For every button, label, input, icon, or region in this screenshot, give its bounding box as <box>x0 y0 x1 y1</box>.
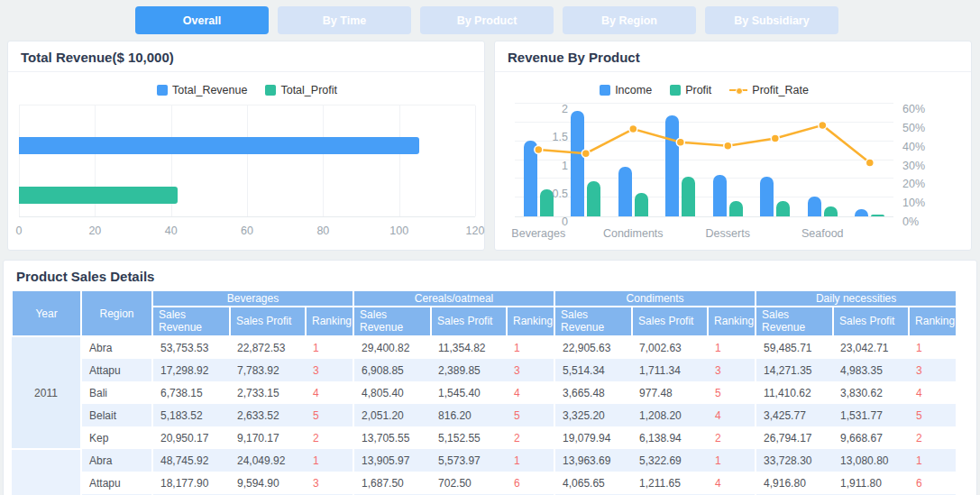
sales-profit-cell: 4,983.35 <box>833 359 909 381</box>
legend-item-total-profit[interactable]: Total_Profit <box>265 84 337 96</box>
legend-item-profit[interactable]: Profit <box>670 84 711 96</box>
sales-revenue-cell: 29,400.82 <box>353 336 431 359</box>
right-axis-tick-label: 40% <box>902 141 925 153</box>
sales-revenue-cell: 4,805.40 <box>353 381 431 404</box>
sub-header-ranking: Ranking <box>909 307 957 336</box>
ranking-cell: 5 <box>507 404 554 426</box>
category-label-desserts: Desserts <box>706 227 750 240</box>
tab-by-time[interactable]: By Time <box>278 6 411 34</box>
table-row: Abra48,745.9224,049.92113,905.975,573.97… <box>12 449 957 472</box>
group-header-cereals-oatmeal: Cereals/oatmeal <box>353 290 554 307</box>
ranking-cell: 6 <box>909 472 957 494</box>
sales-revenue-cell: 4,916.80 <box>756 472 833 494</box>
left-axis-tick-label: 2 <box>562 103 568 115</box>
x-axis-tick-label: 40 <box>165 225 178 237</box>
table-row: 2011Abra53,753.5322,872.53129,400.8211,3… <box>12 336 957 359</box>
sales-profit-cell: 24,049.92 <box>230 449 306 472</box>
total-revenue-chart-title: Total Revenue($ 10,000) <box>8 41 484 72</box>
sales-revenue-cell: 1,687.50 <box>353 472 431 494</box>
x-axis-tick-label: 80 <box>316 225 329 237</box>
sub-header-sales-profit: Sales Profit <box>431 307 507 336</box>
sales-revenue-cell: 53,753.53 <box>152 336 230 359</box>
right-axis-tick-label: 20% <box>902 178 925 190</box>
table-row: Belait5,183.522,633.5252,051.20816.2053,… <box>12 404 957 426</box>
x-axis-tick-label: 60 <box>241 225 253 237</box>
legend-label: Total_Revenue <box>172 84 247 96</box>
region-cell: Bali <box>81 381 152 404</box>
right-axis-tick-label: 10% <box>902 197 925 209</box>
sales-profit-cell: 5,322.69 <box>632 449 708 472</box>
ranking-cell: 2 <box>708 426 756 449</box>
right-axis-tick-label: 50% <box>902 122 925 134</box>
table-row: Attapu18,177.909,594.9031,687.50702.5064… <box>12 472 957 494</box>
sub-header-sales-revenue: Sales Revenue <box>554 307 632 336</box>
ranking-cell: 2 <box>909 426 957 449</box>
tab-by-subsidiary[interactable]: By Subsidiary <box>705 6 838 34</box>
table-row: Attapu17,298.927,783.9236,908.852,389.85… <box>12 359 957 381</box>
ranking-cell: 1 <box>507 449 554 472</box>
left-axis-tick-label: 0.5 <box>553 188 568 200</box>
region-cell: Attapu <box>81 359 152 381</box>
sales-profit-cell: 7,002.63 <box>632 336 708 359</box>
ranking-cell: 1 <box>507 336 554 359</box>
product-sales-table: Year Region Beverages Cereals/oatmeal Co… <box>11 289 957 495</box>
sales-revenue-cell: 13,963.69 <box>554 449 632 472</box>
year-column-header: Year <box>12 290 81 336</box>
profit-rate-point <box>866 159 874 167</box>
right-axis-tick-label: 60% <box>902 103 925 115</box>
sales-revenue-cell: 14,271.35 <box>756 359 833 381</box>
sales-profit-cell: 22,872.53 <box>230 336 306 359</box>
sales-revenue-cell: 11,410.62 <box>756 381 833 404</box>
ranking-cell: 2 <box>306 426 353 449</box>
legend-item-income[interactable]: Income <box>600 84 652 96</box>
sales-profit-cell: 1,911.80 <box>833 472 909 494</box>
income-swatch-icon <box>600 85 610 96</box>
table-row: Kep20,950.179,170.17213,705.555,152.5521… <box>12 426 957 449</box>
total-revenue-swatch-icon <box>157 85 168 96</box>
left-axis-tick-label: 1 <box>562 160 568 172</box>
gridline <box>475 105 476 216</box>
tab-overall[interactable]: Overall <box>135 6 269 34</box>
ranking-cell: 5 <box>909 404 957 426</box>
total-revenue-plot <box>19 105 475 217</box>
sub-header-sales-profit: Sales Profit <box>833 307 909 336</box>
sales-revenue-cell: 18,177.90 <box>152 472 230 494</box>
legend-item-profit-rate[interactable]: Profit_Rate <box>729 84 809 96</box>
revenue-by-product-chart-title: Revenue By Product <box>495 41 971 72</box>
sales-revenue-cell: 5,514.34 <box>554 359 632 381</box>
group-header-beverages: Beverages <box>152 290 353 307</box>
gridline <box>247 105 248 216</box>
ranking-cell: 6 <box>507 472 554 494</box>
left-axis-tick-label: 0 <box>562 215 568 228</box>
left-axis-tick-label: 1.5 <box>553 131 568 143</box>
tab-by-product[interactable]: By Product <box>420 6 554 34</box>
sales-profit-cell: 1,545.40 <box>431 381 507 404</box>
ranking-cell: 3 <box>909 359 957 381</box>
ranking-cell: 1 <box>909 449 957 472</box>
sales-revenue-cell: 22,905.63 <box>554 336 632 359</box>
sales-profit-cell: 1,711.34 <box>632 359 708 381</box>
x-axis-tick-label: 100 <box>389 225 408 237</box>
sales-profit-cell: 1,531.77 <box>833 404 909 426</box>
sales-revenue-cell: 3,665.48 <box>554 381 632 404</box>
sales-profit-cell: 2,389.85 <box>431 359 507 381</box>
sales-revenue-cell: 33,728.30 <box>756 449 833 472</box>
sub-header-sales-revenue: Sales Revenue <box>353 307 431 336</box>
ranking-cell: 3 <box>507 359 554 381</box>
sales-revenue-cell: 48,745.92 <box>152 449 230 472</box>
tab-by-region[interactable]: By Region <box>563 6 696 34</box>
region-cell: Attapu <box>81 472 152 494</box>
profit-rate-line-icon <box>729 85 747 96</box>
revenue-by-product-legend: Income Profit Profit_Rate <box>515 84 893 96</box>
sales-revenue-cell: 26,794.17 <box>756 426 833 449</box>
profit-rate-point <box>676 138 684 146</box>
sales-profit-cell: 6,138.94 <box>632 426 708 449</box>
revenue-by-product-card: Revenue By Product Income Profit Profit_… <box>494 41 972 251</box>
total-revenue-x-axis: 020406080100120 <box>19 225 475 239</box>
sub-header-ranking: Ranking <box>708 307 756 336</box>
sales-revenue-cell: 6,738.15 <box>152 381 230 404</box>
sales-profit-cell: 2,733.15 <box>230 381 306 404</box>
legend-item-total-revenue[interactable]: Total_Revenue <box>157 84 247 96</box>
sales-revenue-cell: 6,908.85 <box>353 359 431 381</box>
right-axis-tick-label: 0% <box>902 215 919 228</box>
